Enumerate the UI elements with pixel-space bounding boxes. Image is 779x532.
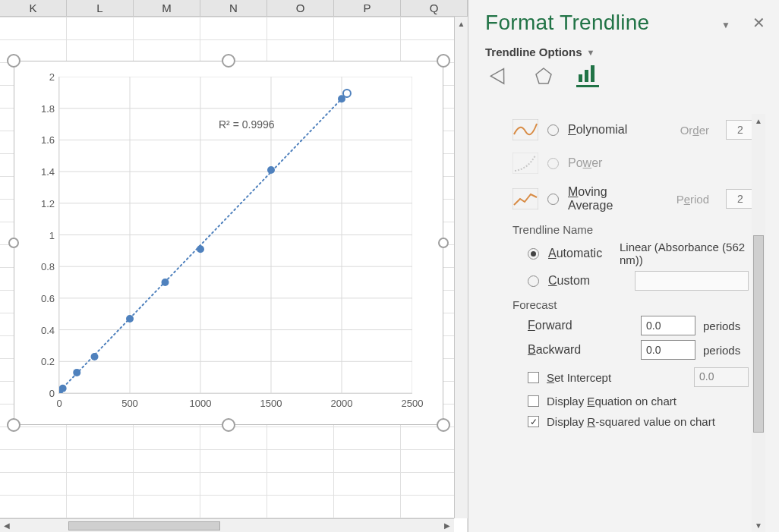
display-equation-checkbox[interactable] [528, 395, 539, 407]
set-intercept-value: 0.0 [694, 367, 749, 387]
pane-dropdown-icon[interactable]: ▼ [721, 20, 730, 30]
column-header-M[interactable]: M [134, 0, 200, 16]
sheet-vertical-scrollbar[interactable]: ▲ [454, 17, 468, 518]
svg-point-27 [267, 166, 275, 174]
set-intercept-checkbox[interactable] [528, 372, 539, 383]
effects-category-icon[interactable] [532, 65, 555, 87]
custom-name-input[interactable] [635, 271, 749, 291]
svg-marker-30 [536, 68, 551, 83]
resize-handle-l[interactable] [8, 238, 19, 248]
resize-handle-t[interactable] [222, 54, 235, 68]
custom-radio[interactable] [528, 275, 539, 287]
automatic-name-value: Linear (Absorbance (562 nm)) [620, 241, 749, 266]
svg-marker-29 [490, 65, 510, 83]
y-tick: 1 [49, 229, 55, 241]
y-tick: 1.2 [41, 197, 55, 209]
display-r2-label: Display R-squared value on chart [547, 415, 715, 428]
pane-scroll-down[interactable]: ▼ [752, 518, 765, 532]
pane-subtitle-label: Trendline Options [485, 46, 582, 58]
pane-scroll-up[interactable]: ▲ [752, 114, 765, 127]
cell-grid[interactable]: R² = 0.9996 00.20.40.60.811.21.41.61.820… [0, 17, 468, 532]
svg-rect-35 [512, 153, 538, 174]
order-label: Order [680, 124, 709, 137]
forward-input[interactable] [641, 316, 695, 335]
svg-point-23 [91, 353, 99, 360]
column-header-N[interactable]: N [200, 0, 267, 16]
svg-point-28 [338, 95, 345, 102]
svg-point-22 [73, 369, 80, 376]
y-tick: 0.2 [41, 356, 55, 367]
column-header-Q[interactable]: Q [401, 0, 468, 16]
resize-handle-tr[interactable] [437, 54, 450, 68]
display-equation-row[interactable]: Display Equation on chart [528, 395, 765, 408]
r-squared-label[interactable]: R² = 0.9996 [219, 118, 275, 131]
x-tick: 500 [121, 398, 138, 409]
sheet-horizontal-scrollbar[interactable]: ◀ ▶ [0, 518, 454, 532]
resize-handle-bl[interactable] [7, 418, 20, 432]
y-tick: 1.8 [41, 102, 55, 114]
set-intercept-row[interactable]: Set Intercept 0.0 [528, 367, 765, 387]
y-tick: 1.6 [41, 134, 55, 146]
scroll-right-arrow[interactable]: ▶ [440, 521, 454, 530]
custom-label: Custom [548, 274, 590, 288]
power-radio [547, 158, 559, 169]
x-tick: 1500 [260, 398, 282, 409]
custom-name-row[interactable]: Custom [528, 271, 765, 291]
scroll-up-arrow[interactable]: ▲ [455, 17, 468, 30]
column-header-O[interactable]: O [267, 0, 334, 16]
y-tick: 0 [49, 388, 55, 399]
scroll-left-arrow[interactable]: ◀ [0, 521, 14, 530]
column-header-L[interactable]: L [67, 0, 134, 16]
moving-average-radio[interactable] [547, 194, 559, 205]
y-tick: 0.6 [41, 292, 55, 304]
resize-handle-tl[interactable] [7, 54, 20, 68]
pane-title: Format Trendline [485, 11, 779, 35]
x-tick: 2000 [331, 398, 353, 409]
plot-area[interactable]: R² = 0.9996 00.20.40.60.811.21.41.61.820… [58, 77, 412, 394]
column-header-K[interactable]: K [0, 0, 67, 16]
pane-vertical-scrollbar[interactable]: ▲ ▼ [752, 114, 765, 532]
hscroll-thumb[interactable] [68, 521, 220, 530]
automatic-radio[interactable] [528, 248, 539, 260]
x-tick: 0 [56, 398, 62, 409]
moving-average-icon [512, 187, 538, 210]
column-header-P[interactable]: P [334, 0, 401, 16]
resize-handle-r[interactable] [438, 238, 449, 248]
power-label: Power [568, 156, 602, 170]
polynomial-option[interactable]: Polynomial Order 2 ▲▼ [512, 118, 765, 141]
order-value: 2 [727, 124, 754, 136]
chart-object[interactable]: R² = 0.9996 00.20.40.60.811.21.41.61.820… [14, 61, 443, 425]
resize-handle-b[interactable] [222, 418, 235, 432]
chevron-down-icon: ▼ [587, 48, 595, 57]
x-tick: 1000 [190, 398, 212, 409]
pane-scroll-thumb[interactable] [753, 235, 764, 433]
pane-close-icon[interactable]: ✕ [752, 14, 765, 32]
backward-unit: periods [703, 344, 749, 357]
display-r2-checkbox[interactable]: ✓ [528, 416, 539, 427]
moving-average-option[interactable]: MovingAverage Period 2 ▲▼ [512, 185, 765, 212]
display-equation-label: Display Equation on chart [547, 395, 676, 408]
column-headers: KLMNOPQ [0, 0, 468, 17]
automatic-name-row[interactable]: Automatic Linear (Absorbance (562 nm)) [528, 241, 765, 266]
forward-unit: periods [703, 320, 749, 332]
forecast-section: Forecast [512, 298, 765, 311]
polynomial-radio[interactable] [547, 124, 559, 136]
power-option: Power [512, 152, 765, 175]
svg-point-24 [126, 315, 134, 323]
pane-subtitle[interactable]: Trendline Options ▼ [485, 46, 779, 58]
pane-body: Polynomial Order 2 ▲▼ Power [485, 114, 765, 532]
y-tick: 0.4 [41, 324, 55, 335]
svg-line-17 [59, 93, 347, 393]
display-r2-row[interactable]: ✓ Display R-squared value on chart [528, 415, 765, 428]
backward-input[interactable] [641, 340, 695, 360]
svg-point-25 [162, 279, 169, 286]
svg-rect-32 [585, 70, 588, 82]
trendline-options-category-icon[interactable] [576, 65, 599, 87]
set-intercept-label: Set Intercept [547, 371, 611, 384]
svg-rect-36 [512, 188, 538, 209]
svg-point-19 [343, 90, 351, 97]
resize-handle-br[interactable] [437, 418, 450, 432]
period-label: Period [676, 193, 709, 206]
spreadsheet-area: KLMNOPQ R² = 0.9996 00.20.40.60.811.21.4… [0, 0, 468, 532]
fill-line-category-icon[interactable] [488, 65, 511, 87]
